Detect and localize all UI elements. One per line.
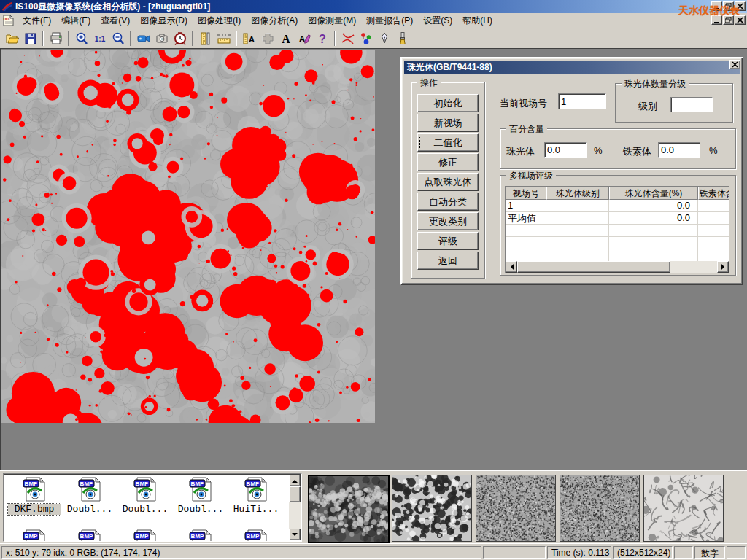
help-icon[interactable]: ?: [313, 30, 331, 47]
thumbnail-5[interactable]: [643, 475, 724, 542]
mdi-restore-button[interactable]: [723, 15, 734, 25]
curve-tool-icon[interactable]: [338, 30, 357, 47]
auto-classify-button[interactable]: 自动分类: [417, 192, 479, 211]
rate-button[interactable]: 评级: [417, 232, 479, 250]
open-icon[interactable]: [3, 30, 21, 47]
menu-file[interactable]: 文件(F): [18, 13, 56, 28]
video-camera-icon[interactable]: [134, 30, 152, 47]
menu-view[interactable]: 查看(V): [96, 13, 135, 28]
level-input[interactable]: [670, 97, 713, 112]
brush-icon[interactable]: [393, 30, 411, 47]
svg-text:BMP: BMP: [25, 481, 38, 487]
file-item-partial[interactable]: BMP: [230, 529, 282, 542]
zoom-in-icon[interactable]: [72, 30, 90, 47]
menu-settings[interactable]: 设置(S): [418, 13, 457, 28]
file-list-vscrollbar[interactable]: [289, 475, 301, 540]
table-row[interactable]: 1 0.0: [506, 200, 729, 212]
text-icon[interactable]: A: [276, 30, 295, 47]
menu-image-analysis[interactable]: 图像分析(A): [246, 13, 303, 28]
menu-image-processing[interactable]: 图像处理(I): [193, 13, 246, 28]
scroll-up-button[interactable]: [289, 475, 301, 486]
ferrite-percent-input[interactable]: [658, 142, 700, 158]
file-item-partial[interactable]: BMP: [174, 529, 227, 542]
mdi-minimize-button[interactable]: [711, 15, 722, 25]
pick-pearlite-button[interactable]: 点取珠光体: [417, 173, 479, 191]
caliper-icon[interactable]: [196, 30, 214, 47]
binarize-button[interactable]: 二值化: [417, 133, 479, 152]
menu-help[interactable]: 帮助(H): [457, 13, 498, 28]
mdi-close-button[interactable]: [735, 15, 746, 25]
file-browser[interactable]: BMP DKF.bmp BMP Doubl... BMP Doubl... BM…: [3, 473, 302, 542]
column-header-pearlite[interactable]: 珠光体含量(%): [609, 187, 698, 200]
change-category-button[interactable]: 更改类别: [417, 212, 479, 230]
file-item[interactable]: BMP HuiTi...: [230, 477, 282, 515]
svg-text:?: ?: [319, 33, 326, 45]
scrollbar-thumb[interactable]: [289, 486, 301, 502]
column-header-grade[interactable]: 珠光体级别: [546, 187, 609, 200]
print-icon[interactable]: [47, 30, 65, 47]
file-item-partial[interactable]: BMP: [8, 529, 61, 542]
annotate-icon[interactable]: A: [295, 30, 313, 47]
column-header-ferrite[interactable]: 铁素体含量(%): [698, 187, 729, 200]
actual-size-icon[interactable]: 1:1: [90, 30, 109, 47]
merge-icon[interactable]: [258, 30, 276, 47]
svg-text:BMP: BMP: [80, 481, 93, 487]
zoom-out-icon[interactable]: [109, 30, 127, 47]
scroll-right-button[interactable]: [717, 261, 729, 273]
measure-text-icon[interactable]: A: [240, 30, 258, 47]
correct-button[interactable]: 修正: [417, 153, 479, 171]
status-position: x: 510 y: 79 idx: 0 RGB: (174, 174, 174): [1, 546, 481, 559]
ruler-icon[interactable]: [214, 30, 233, 47]
column-header-field[interactable]: 视场号: [506, 187, 546, 200]
menu-image-measure[interactable]: 图像测量(M): [303, 13, 361, 28]
pen-icon[interactable]: [375, 30, 393, 47]
dialog-titlebar[interactable]: 珠光体(GB/T9441-88): [404, 61, 740, 74]
current-field-label: 当前视场号: [500, 97, 547, 110]
metallographic-image[interactable]: [1, 50, 375, 423]
file-item[interactable]: BMP Doubl...: [119, 477, 171, 515]
application-window: IS100显微摄像系统(金相分析版) - [zhuguangti01] 天水仪器…: [0, 0, 747, 560]
pearlite-dialog: 珠光体(GB/T9441-88) 操作 初始化 新视场 二值化 修正 点取珠光体…: [400, 57, 743, 285]
photo-camera-icon[interactable]: [152, 30, 171, 47]
table-hscrollbar[interactable]: [506, 261, 729, 273]
statusbar: x: 510 y: 79 idx: 0 RGB: (174, 174, 174)…: [0, 543, 747, 560]
menu-edit[interactable]: 编辑(E): [56, 13, 96, 28]
save-icon[interactable]: [21, 30, 39, 47]
dialog-close-button[interactable]: [729, 60, 740, 69]
classify-icon[interactable]: [357, 30, 375, 47]
scrollbar-thumb[interactable]: [517, 261, 670, 273]
toolbar: 1:1 A A A ?: [0, 28, 747, 48]
file-item-partial[interactable]: BMP: [119, 529, 171, 542]
file-name: Doubl...: [63, 504, 116, 515]
thumbnail-2[interactable]: [392, 475, 472, 542]
menu-image-display[interactable]: 图像显示(D): [135, 13, 193, 28]
thumbnail-4[interactable]: [560, 475, 640, 542]
bottom-panel: BMP DKF.bmp BMP Doubl... BMP Doubl... BM…: [0, 470, 747, 543]
operations-group-label: 操作: [417, 77, 441, 89]
svg-text:BMP: BMP: [80, 533, 93, 540]
new-field-button[interactable]: 新视场: [417, 114, 479, 132]
table-row[interactable]: 平均值 0.0: [506, 212, 729, 225]
menu-measure-report[interactable]: 测量报告(P): [361, 13, 418, 28]
initialize-button[interactable]: 初始化: [417, 94, 479, 112]
file-name: Doubl...: [119, 504, 171, 515]
multifield-table[interactable]: 视场号 珠光体级别 珠光体含量(%) 铁素体含量(%) 1 0.0 平均值: [505, 186, 729, 273]
file-item[interactable]: BMP Doubl...: [63, 477, 116, 515]
svg-text:1:1: 1:1: [94, 35, 105, 43]
scroll-left-button[interactable]: [506, 261, 517, 273]
timer-icon[interactable]: [171, 30, 189, 47]
thumbnail-3[interactable]: [476, 475, 556, 542]
pearlite-percent-input[interactable]: [544, 142, 587, 158]
file-item[interactable]: BMP Doubl...: [174, 477, 227, 515]
file-item-partial[interactable]: BMP: [63, 529, 116, 542]
grading-group-label: 珠光体数量分级: [622, 78, 689, 90]
current-field-input[interactable]: [558, 93, 606, 109]
file-item[interactable]: BMP DKF.bmp: [8, 477, 61, 515]
minimize-button[interactable]: [711, 1, 722, 11]
thumbnail-1[interactable]: [308, 475, 390, 543]
file-name: Doubl...: [174, 504, 227, 515]
restore-button[interactable]: [723, 1, 734, 11]
return-button[interactable]: 返回: [417, 252, 479, 270]
scroll-down-button[interactable]: [289, 529, 301, 540]
close-button[interactable]: [735, 1, 746, 11]
